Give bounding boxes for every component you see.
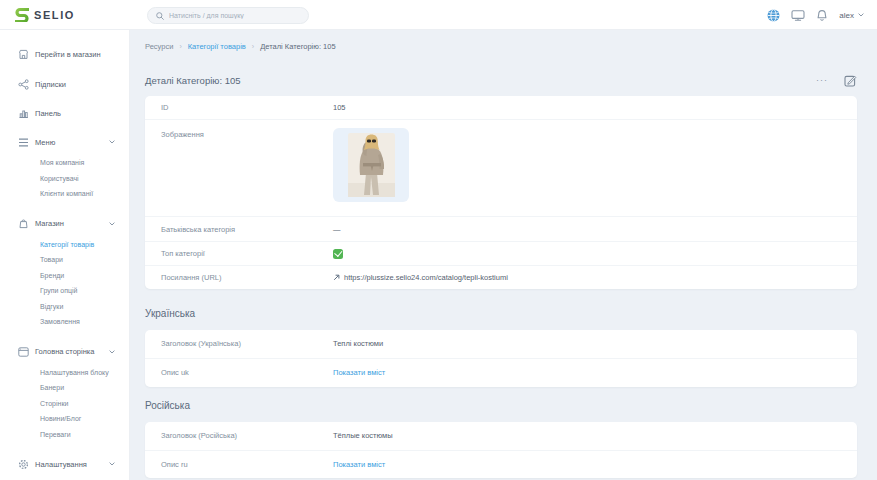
sidebar-subitem-brands[interactable]: Бренди: [0, 268, 129, 284]
breadcrumb-separator-icon: ›: [252, 43, 254, 50]
display-monitor-icon[interactable]: [791, 9, 805, 22]
chevron-down-icon: [109, 222, 115, 226]
sidebar-item-menu[interactable]: Меню: [0, 134, 129, 150]
field-value: Тёплые костюмы: [333, 431, 393, 440]
chevron-down-icon: [109, 350, 115, 354]
sidebar-item-label: Магазин: [35, 219, 64, 228]
sidebar-subitem-advantages[interactable]: Переваги: [0, 427, 129, 443]
top-header: SELIO: [0, 0, 877, 30]
ru-description-row: Опис ru Показати вміст: [145, 451, 857, 479]
breadcrumb: Ресурси › Категорії товарів › Деталі Кат…: [145, 42, 336, 51]
sidebar-item-settings[interactable]: Налаштування: [0, 456, 129, 472]
top-category-checkbox-checked[interactable]: [333, 249, 343, 259]
shopping-bag-icon: [17, 218, 29, 229]
search-input[interactable]: [169, 12, 300, 19]
breadcrumb-current: Деталі Категорію: 105: [260, 42, 335, 51]
section-title-ukrainian: Українська: [145, 308, 195, 319]
detail-row-top-category: Топ категорії: [145, 242, 857, 266]
sidebar-subitem-orders[interactable]: Замовлення: [0, 314, 129, 330]
logo-s-icon: [15, 7, 29, 22]
logo-text: SELIO: [34, 9, 75, 21]
field-label: Батьківська категорія: [161, 225, 333, 234]
sidebar-subitem-block-settings[interactable]: Налаштування блоку: [0, 365, 129, 381]
chevron-down-icon: [858, 13, 864, 17]
page-title: Деталі Категорію: 105: [145, 75, 241, 86]
field-label: Заголовок (Російська): [161, 431, 333, 440]
user-menu[interactable]: alex: [839, 11, 864, 20]
category-url-link[interactable]: https://plussize.selio24.com/catalog/tep…: [344, 273, 508, 282]
field-label: Зображення: [161, 130, 333, 139]
sidebar-subitem-products[interactable]: Товари: [0, 252, 129, 268]
chevron-down-icon: [109, 140, 115, 144]
browser-window-icon: [17, 347, 29, 357]
breadcrumb-separator-icon: ›: [179, 43, 181, 50]
sidebar-subitem-my-company[interactable]: Моя компанія: [0, 155, 129, 171]
show-content-link[interactable]: Показати вміст: [333, 460, 385, 469]
detail-row-url: Посилання (URL) https://plussize.selio24…: [145, 266, 857, 289]
field-value: 105: [333, 103, 346, 112]
share-nodes-icon: [17, 79, 29, 90]
gear-icon: [17, 459, 29, 470]
bar-chart-icon: [17, 108, 29, 119]
field-label: Заголовок (Українська): [161, 339, 333, 348]
show-content-link[interactable]: Показати вміст: [333, 368, 385, 377]
detail-card-header: Деталі Категорію: 105 ···: [145, 71, 857, 89]
sidebar-subitem-product-categories[interactable]: Категорії товарів: [0, 237, 129, 253]
sidebar-subitem-reviews[interactable]: Відгуки: [0, 299, 129, 315]
sidebar-item-panel[interactable]: Панель: [0, 105, 129, 121]
sidebar-item-label: Налаштування: [35, 460, 87, 469]
ukrainian-section-card: Заголовок (Українська) Теплі костюми Опи…: [145, 330, 857, 387]
russian-section-card: Заголовок (Російська) Тёплые костюмы Опи…: [145, 422, 857, 478]
field-label: ID: [161, 103, 333, 112]
field-label: Посилання (URL): [161, 273, 333, 282]
sidebar-nav: Перейти в магазин Підписки Панель: [0, 30, 130, 480]
sidebar-item-shop[interactable]: Магазин: [0, 216, 129, 232]
user-name: alex: [839, 11, 854, 20]
sidebar-item-label: Меню: [35, 138, 55, 147]
chevron-down-icon: [109, 462, 115, 466]
detail-row-parent-category: Батьківська категорія —: [145, 217, 857, 242]
sidebar-item-label: Панель: [35, 109, 61, 118]
sidebar-item-home-page[interactable]: Головна сторінка: [0, 344, 129, 360]
detail-row-id: ID 105: [145, 96, 857, 120]
global-search[interactable]: [147, 7, 309, 24]
section-title-russian: Російська: [145, 400, 190, 411]
sidebar-subitem-banners[interactable]: Банери: [0, 380, 129, 396]
breadcrumb-categories-link[interactable]: Категорії товарів: [188, 42, 246, 51]
main-content: Ресурси › Категорії товарів › Деталі Кат…: [130, 30, 877, 480]
sidebar-subitem-company-clients[interactable]: Клієнти компанії: [0, 186, 129, 202]
sidebar-item-label: Підписки: [35, 80, 66, 89]
search-icon: [156, 12, 164, 20]
app-logo[interactable]: SELIO: [15, 7, 75, 22]
edit-pencil-icon[interactable]: [844, 74, 857, 87]
language-globe-icon[interactable]: [767, 9, 780, 22]
external-link-icon: [333, 274, 340, 281]
model-photo: [348, 133, 395, 197]
field-label: Опис uk: [161, 368, 333, 377]
category-image-thumbnail[interactable]: [333, 128, 409, 202]
notifications-bell-icon[interactable]: [816, 9, 828, 22]
sidebar-subitem-news-blog[interactable]: Новини/Блог: [0, 411, 129, 427]
detail-row-image: Зображення: [145, 120, 857, 217]
more-options-button[interactable]: ···: [816, 77, 828, 83]
breadcrumb-root[interactable]: Ресурси: [145, 42, 173, 51]
sidebar-subitem-users[interactable]: Користувачі: [0, 171, 129, 187]
sidebar-item-label: Перейти в магазин: [35, 50, 101, 59]
sidebar-subitem-option-groups[interactable]: Групи опцій: [0, 283, 129, 299]
field-value: —: [333, 225, 341, 234]
field-value: Теплі костюми: [333, 339, 383, 348]
category-detail-card: ID 105 Зображення: [145, 96, 857, 289]
storefront-icon: [17, 49, 29, 60]
uk-description-row: Опис uk Показати вміст: [145, 359, 857, 388]
list-icon: [17, 138, 29, 147]
ru-title-row: Заголовок (Російська) Тёплые костюмы: [145, 422, 857, 451]
uk-title-row: Заголовок (Українська) Теплі костюми: [145, 330, 857, 359]
field-label: Опис ru: [161, 460, 333, 469]
sidebar-subitem-pages[interactable]: Сторінки: [0, 396, 129, 412]
sidebar-item-label: Головна сторінка: [35, 347, 94, 356]
header-actions: alex: [767, 0, 864, 30]
sidebar-item-goto-store[interactable]: Перейти в магазин: [0, 46, 129, 62]
sidebar-item-subscriptions[interactable]: Підписки: [0, 76, 129, 92]
field-label: Топ категорії: [161, 249, 333, 258]
